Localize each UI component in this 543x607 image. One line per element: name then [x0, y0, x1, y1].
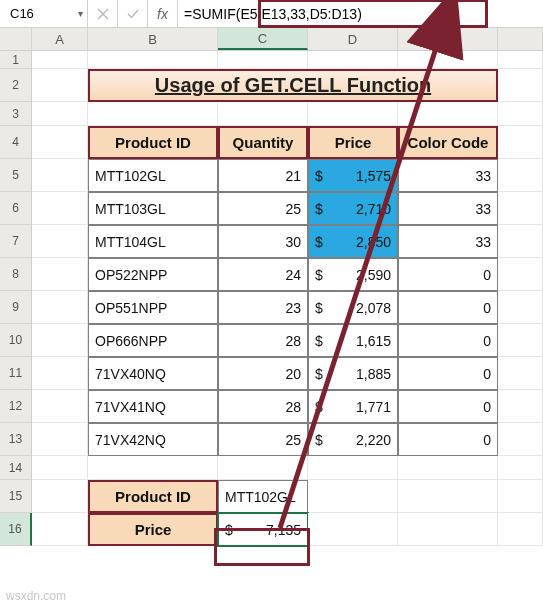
- table-cell-colorcode[interactable]: 33: [398, 159, 498, 192]
- table-cell-price[interactable]: $1,771: [308, 390, 398, 423]
- cell[interactable]: [498, 225, 543, 258]
- table-cell-price[interactable]: $1,575: [308, 159, 398, 192]
- row-header[interactable]: 13: [0, 423, 32, 456]
- col-header-e[interactable]: E: [398, 28, 498, 50]
- name-box-wrap[interactable]: ▾: [0, 0, 88, 27]
- formula-input[interactable]: [178, 0, 543, 27]
- header-quantity[interactable]: Quantity: [218, 126, 308, 159]
- cell[interactable]: [498, 69, 543, 102]
- cell[interactable]: [32, 69, 88, 102]
- cell[interactable]: [498, 102, 543, 126]
- cell[interactable]: [308, 102, 398, 126]
- cell[interactable]: [498, 390, 543, 423]
- table-cell-colorcode[interactable]: 0: [398, 423, 498, 456]
- cell[interactable]: [32, 324, 88, 357]
- cell[interactable]: [398, 51, 498, 69]
- cell[interactable]: [308, 51, 398, 69]
- row-header-14[interactable]: 14: [0, 456, 32, 480]
- table-cell-colorcode[interactable]: 0: [398, 324, 498, 357]
- table-cell-qty[interactable]: 28: [218, 390, 308, 423]
- row-header-16[interactable]: 16: [0, 513, 32, 546]
- table-cell-pid[interactable]: MTT103GL: [88, 192, 218, 225]
- fx-icon[interactable]: fx: [148, 0, 178, 27]
- cell[interactable]: [308, 456, 398, 480]
- table-cell-price[interactable]: $2,078: [308, 291, 398, 324]
- cell[interactable]: [32, 225, 88, 258]
- col-header-a[interactable]: A: [32, 28, 88, 50]
- cell[interactable]: [32, 258, 88, 291]
- summary-price-label[interactable]: Price: [88, 513, 218, 546]
- table-cell-qty[interactable]: 20: [218, 357, 308, 390]
- cell[interactable]: [498, 480, 543, 513]
- cell[interactable]: [32, 102, 88, 126]
- summary-pid-value[interactable]: MTT102GL: [218, 480, 308, 513]
- table-cell-colorcode[interactable]: 0: [398, 291, 498, 324]
- cancel-icon[interactable]: [88, 0, 118, 27]
- table-cell-colorcode[interactable]: 0: [398, 390, 498, 423]
- cell[interactable]: [218, 102, 308, 126]
- row-header[interactable]: 11: [0, 357, 32, 390]
- table-cell-price[interactable]: $1,615: [308, 324, 398, 357]
- select-all-corner[interactable]: [0, 28, 32, 50]
- col-header-blank[interactable]: [498, 28, 543, 50]
- row-header-15[interactable]: 15: [0, 480, 32, 513]
- cell[interactable]: [498, 291, 543, 324]
- table-cell-colorcode[interactable]: 33: [398, 192, 498, 225]
- table-cell-qty[interactable]: 28: [218, 324, 308, 357]
- header-color-code[interactable]: Color Code: [398, 126, 498, 159]
- cell[interactable]: [498, 192, 543, 225]
- row-header[interactable]: 5: [0, 159, 32, 192]
- check-icon[interactable]: [118, 0, 148, 27]
- row-header[interactable]: 9: [0, 291, 32, 324]
- summary-price-value[interactable]: $ 7,135: [218, 513, 308, 546]
- table-cell-colorcode[interactable]: 0: [398, 357, 498, 390]
- table-cell-price[interactable]: $2,590: [308, 258, 398, 291]
- table-cell-pid[interactable]: OP666NPP: [88, 324, 218, 357]
- table-cell-price[interactable]: $1,885: [308, 357, 398, 390]
- row-header-3[interactable]: 3: [0, 102, 32, 126]
- table-cell-pid[interactable]: OP522NPP: [88, 258, 218, 291]
- cell[interactable]: [498, 258, 543, 291]
- cell[interactable]: [32, 192, 88, 225]
- col-header-d[interactable]: D: [308, 28, 398, 50]
- cell[interactable]: [498, 423, 543, 456]
- table-cell-pid[interactable]: 71VX40NQ: [88, 357, 218, 390]
- cell[interactable]: [32, 390, 88, 423]
- cell[interactable]: [398, 480, 498, 513]
- cell[interactable]: [498, 159, 543, 192]
- cell[interactable]: [398, 102, 498, 126]
- cell[interactable]: [32, 51, 88, 69]
- table-cell-price[interactable]: $2,220: [308, 423, 398, 456]
- cell[interactable]: [32, 291, 88, 324]
- table-cell-qty[interactable]: 24: [218, 258, 308, 291]
- table-cell-pid[interactable]: MTT104GL: [88, 225, 218, 258]
- table-cell-pid[interactable]: 71VX41NQ: [88, 390, 218, 423]
- cell[interactable]: [218, 456, 308, 480]
- cell[interactable]: [32, 456, 88, 480]
- cell[interactable]: [32, 480, 88, 513]
- cell[interactable]: [308, 513, 398, 546]
- row-header[interactable]: 12: [0, 390, 32, 423]
- table-cell-qty[interactable]: 21: [218, 159, 308, 192]
- cell[interactable]: [88, 456, 218, 480]
- cell[interactable]: [32, 159, 88, 192]
- title-cell[interactable]: Usage of GET.CELL Function: [88, 69, 498, 102]
- header-product-id[interactable]: Product ID: [88, 126, 218, 159]
- table-cell-pid[interactable]: OP551NPP: [88, 291, 218, 324]
- cell[interactable]: [32, 126, 88, 159]
- cell[interactable]: [498, 513, 543, 546]
- name-box[interactable]: [8, 5, 64, 22]
- table-cell-pid[interactable]: 71VX42NQ: [88, 423, 218, 456]
- row-header[interactable]: 8: [0, 258, 32, 291]
- cell[interactable]: [218, 51, 308, 69]
- chevron-down-icon[interactable]: ▾: [78, 8, 83, 19]
- cell[interactable]: [32, 513, 88, 546]
- header-price[interactable]: Price: [308, 126, 398, 159]
- table-cell-qty[interactable]: 23: [218, 291, 308, 324]
- cell[interactable]: [32, 357, 88, 390]
- row-header[interactable]: 10: [0, 324, 32, 357]
- cell[interactable]: [498, 126, 543, 159]
- summary-pid-label[interactable]: Product ID: [88, 480, 218, 513]
- cell[interactable]: [88, 102, 218, 126]
- table-cell-price[interactable]: $2,710: [308, 192, 398, 225]
